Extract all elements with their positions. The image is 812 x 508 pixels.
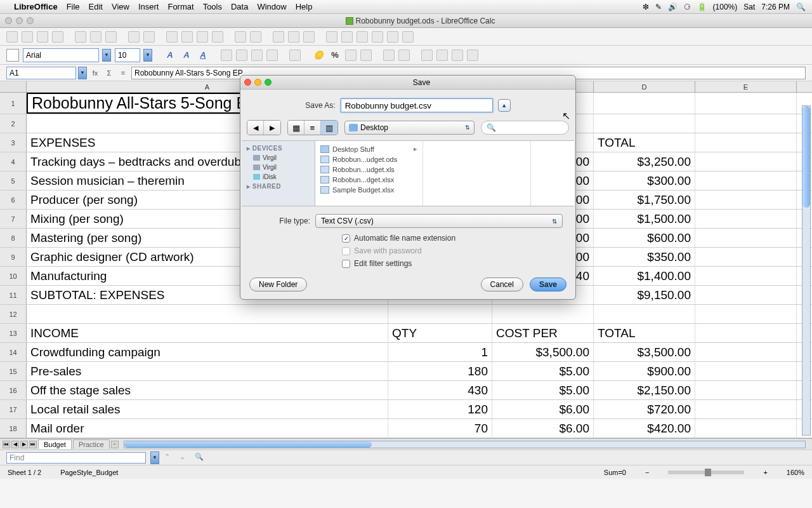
cell[interactable] <box>695 286 797 304</box>
cell[interactable]: $1,500.00 <box>594 210 695 228</box>
currency-button[interactable]: 🪙 <box>312 49 325 62</box>
view-list-button[interactable]: ≡ <box>304 121 321 135</box>
menu-file[interactable]: File <box>67 2 80 11</box>
new-folder-button[interactable]: New Folder <box>249 277 307 291</box>
cell[interactable]: 120 <box>388 400 492 418</box>
style-selector[interactable] <box>6 49 19 62</box>
cell[interactable]: $2,150.00 <box>594 381 695 399</box>
sort-desc-button[interactable] <box>303 31 315 43</box>
cell[interactable] <box>695 305 797 323</box>
view-icons-button[interactable]: ▦ <box>288 121 304 135</box>
file-item[interactable]: Robobun...udget.xls <box>315 164 422 175</box>
cell[interactable]: $3,500.00 <box>594 343 695 361</box>
cell[interactable] <box>695 324 797 342</box>
vertical-scrollbar[interactable] <box>802 105 811 436</box>
bg-color-button[interactable] <box>436 50 448 61</box>
preview-button[interactable] <box>105 31 117 43</box>
sync-icon[interactable]: ❇ <box>643 3 649 11</box>
cell[interactable]: $420.00 <box>594 419 695 438</box>
decrease-indent-button[interactable] <box>383 50 395 61</box>
row-header[interactable]: 13 <box>0 324 27 342</box>
evernote-icon[interactable]: ✎ <box>655 3 662 11</box>
cell[interactable]: $1,400.00 <box>594 267 695 285</box>
cell[interactable] <box>594 93 695 114</box>
menu-view[interactable]: View <box>112 2 129 11</box>
cell[interactable]: Mail order <box>27 419 388 438</box>
remove-decimal-button[interactable] <box>360 50 372 61</box>
cell[interactable]: COST PER <box>492 324 594 342</box>
filter-checkbox[interactable] <box>342 260 350 268</box>
tab-last-button[interactable]: ⏭ <box>29 441 37 448</box>
cell[interactable] <box>695 152 797 171</box>
row-header[interactable]: 8 <box>0 229 27 247</box>
equals-icon[interactable]: = <box>117 67 129 79</box>
cell[interactable]: Pre-sales <box>27 362 388 380</box>
menu-help[interactable]: Help <box>296 2 313 11</box>
wifi-icon[interactable]: ⚆ <box>684 3 691 11</box>
cell[interactable] <box>695 133 797 152</box>
row-header[interactable]: 14 <box>0 343 27 361</box>
table-row[interactable]: 18Mail order70$6.00$420.00 <box>0 419 812 438</box>
font-size-field[interactable]: 10 <box>115 48 140 62</box>
cell[interactable]: 70 <box>388 419 492 438</box>
copy-button[interactable] <box>181 31 193 43</box>
cell[interactable]: QTY <box>388 324 492 342</box>
size-dropdown-icon[interactable]: ▼ <box>143 49 152 62</box>
menu-tools[interactable]: Tools <box>203 2 222 11</box>
navigator-button[interactable] <box>341 31 353 43</box>
add-decimal-button[interactable] <box>345 50 357 61</box>
row-header[interactable]: 12 <box>0 305 27 323</box>
cell[interactable] <box>695 419 797 438</box>
collapse-toggle-button[interactable]: ▲ <box>498 99 511 112</box>
cell[interactable]: Off the stage sales <box>27 381 388 399</box>
cell[interactable] <box>27 305 388 323</box>
help-button[interactable] <box>402 31 414 43</box>
find-prev-button[interactable]: ⌃ <box>164 453 174 463</box>
underline-button[interactable]: A <box>197 49 209 62</box>
gallery-button[interactable] <box>357 31 368 43</box>
cell[interactable]: $900.00 <box>594 362 695 380</box>
volume-icon[interactable]: 🔊 <box>668 3 678 11</box>
col-header-d[interactable]: D <box>594 81 695 92</box>
row-header[interactable]: 17 <box>0 400 27 418</box>
cell[interactable] <box>695 343 797 361</box>
window-close-button[interactable] <box>5 17 12 24</box>
row-header[interactable]: 4 <box>0 152 27 171</box>
cell[interactable]: $9,150.00 <box>594 286 695 304</box>
file-item[interactable]: Sample Budget.xlsx <box>315 185 422 195</box>
table-row[interactable]: 17Local retail sales120$6.00$720.00 <box>0 400 812 419</box>
find-dropdown-icon[interactable]: ▼ <box>150 451 159 464</box>
cell[interactable]: Crowdfunding campaign <box>27 343 388 361</box>
cell[interactable] <box>695 267 797 285</box>
find-input[interactable]: Find <box>6 452 146 464</box>
row-header[interactable]: 16 <box>0 381 27 399</box>
cell[interactable]: 1 <box>388 343 492 361</box>
cell[interactable]: $6.00 <box>492 400 594 418</box>
cell[interactable]: INCOME <box>27 324 388 342</box>
tab-budget[interactable]: Budget <box>38 439 72 449</box>
saveas-filename-input[interactable] <box>341 98 493 112</box>
borders-button[interactable] <box>421 50 433 61</box>
file-item[interactable]: Robobun...udget.ods <box>315 154 422 164</box>
menu-format[interactable]: Format <box>167 2 193 11</box>
spellcheck-button[interactable] <box>128 31 140 43</box>
view-columns-button[interactable]: ▥ <box>321 121 337 135</box>
namebox-dropdown-icon[interactable]: ▼ <box>78 67 87 79</box>
font-dropdown-icon[interactable]: ▼ <box>102 49 111 62</box>
dialog-search-input[interactable]: 🔍 <box>481 121 569 135</box>
bold-button[interactable]: A <box>164 49 176 62</box>
row-header[interactable]: 11 <box>0 286 27 304</box>
cell[interactable]: $5.00 <box>492 362 594 380</box>
cell[interactable]: $5.00 <box>492 381 594 399</box>
table-row[interactable]: 12 <box>0 305 812 324</box>
col-header-e[interactable]: E <box>695 81 797 92</box>
function-wizard-icon[interactable]: fx <box>89 67 101 79</box>
cell[interactable] <box>695 362 797 380</box>
tab-prev-button[interactable]: ◀ <box>11 441 19 448</box>
dialog-minimize-button[interactable] <box>254 79 261 86</box>
device-item[interactable]: iDisk <box>242 172 315 182</box>
device-item[interactable]: Virgil <box>242 163 315 172</box>
app-name[interactable]: LibreOffice <box>14 2 58 11</box>
row-header[interactable]: 15 <box>0 362 27 380</box>
cancel-button[interactable]: Cancel <box>481 277 523 291</box>
